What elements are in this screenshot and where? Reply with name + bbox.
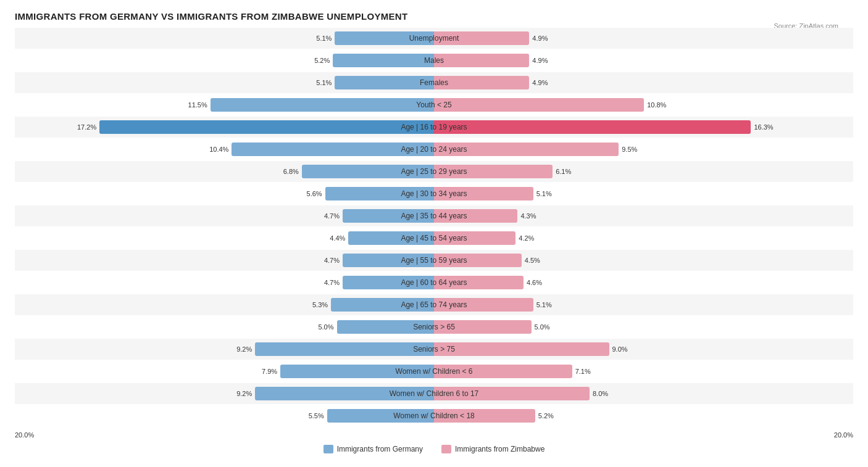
left-value: 5.0%: [318, 323, 336, 331]
right-section: 5.1%: [434, 183, 853, 204]
chart-row: 5.2% Males 4.9%: [15, 50, 853, 71]
left-value: 9.2%: [236, 345, 255, 353]
bar-blue: 4.7%: [343, 276, 434, 289]
bars-wrapper: 4.7% Age | 60 to 64 years 4.6%: [15, 272, 853, 293]
bar-pink: 4.5%: [434, 254, 522, 267]
right-value: 4.2%: [515, 234, 534, 242]
chart-row: 4.7% Age | 55 to 59 years 4.5%: [15, 250, 853, 271]
bars-wrapper: 5.1% Unemployment 4.9%: [15, 28, 853, 49]
right-value: 5.1%: [533, 190, 552, 197]
right-section: 4.6%: [434, 272, 853, 293]
chart-row: 5.0% Seniors > 65 5.0%: [15, 316, 853, 337]
left-section: 9.2%: [15, 383, 434, 404]
left-section: 4.7%: [15, 205, 434, 226]
left-section: 5.3%: [15, 294, 434, 315]
bar-pink: 5.0%: [434, 320, 532, 334]
chart-row: 5.3% Age | 65 to 74 years 5.1%: [15, 294, 853, 315]
left-value: 5.1%: [316, 35, 335, 42]
bar-pink: 8.0%: [434, 387, 590, 400]
left-value: 17.2%: [77, 123, 99, 131]
left-value: 4.7%: [324, 257, 343, 264]
right-value: 5.2%: [535, 412, 554, 419]
right-value: 4.5%: [522, 257, 540, 264]
bars-wrapper: 4.7% Age | 55 to 59 years 4.5%: [15, 250, 853, 271]
left-value: 5.6%: [307, 190, 325, 197]
bar-pink: 9.0%: [434, 342, 609, 356]
legend-item: Immigrants from Germany: [323, 445, 423, 453]
left-value: 4.7%: [324, 279, 343, 286]
right-value: 4.9%: [529, 57, 548, 64]
right-value: 10.8%: [644, 101, 666, 109]
legend-item: Immigrants from Zimbabwe: [441, 445, 545, 453]
left-value: 5.1%: [316, 79, 335, 86]
bar-blue: 5.2%: [333, 54, 434, 67]
bars-wrapper: 4.7% Age | 35 to 44 years 4.3%: [15, 205, 853, 226]
right-value: 4.9%: [529, 35, 548, 42]
left-value: 10.4%: [209, 146, 232, 153]
bar-pink: 4.3%: [434, 209, 517, 223]
bars-wrapper: 4.4% Age | 45 to 54 years 4.2%: [15, 228, 853, 249]
right-value: 5.0%: [532, 323, 550, 331]
left-section: 5.6%: [15, 183, 434, 204]
left-section: 4.7%: [15, 272, 434, 293]
bar-blue: 5.1%: [335, 31, 434, 45]
bar-pink: 5.1%: [434, 298, 533, 312]
bar-blue: 10.4%: [232, 143, 434, 156]
left-value: 5.3%: [312, 301, 331, 308]
right-section: 4.9%: [434, 28, 853, 49]
bar-pink: 4.2%: [434, 231, 515, 245]
chart-row: 9.2% Women w/ Children 6 to 17 8.0%: [15, 383, 853, 404]
right-value: 6.1%: [553, 168, 571, 175]
axis-right-label: 20.0%: [834, 431, 853, 439]
right-section: 7.1%: [434, 361, 853, 382]
legend-label: Immigrants from Germany: [337, 445, 423, 453]
left-section: 5.1%: [15, 28, 434, 49]
bar-blue: 11.5%: [211, 98, 434, 112]
bar-pink: 10.8%: [434, 98, 644, 112]
bars-wrapper: 5.6% Age | 30 to 34 years 5.1%: [15, 183, 853, 204]
right-section: 9.5%: [434, 139, 853, 160]
right-section: 8.0%: [434, 383, 853, 404]
bars-wrapper: 9.2% Women w/ Children 6 to 17 8.0%: [15, 383, 853, 404]
chart-area: 5.1% Unemployment 4.9% 5.2% Males: [15, 28, 853, 426]
bar-pink: 6.1%: [434, 165, 553, 178]
right-section: 4.5%: [434, 250, 853, 271]
bar-pink: 5.2%: [434, 409, 535, 423]
left-value: 4.4%: [330, 234, 348, 242]
bar-blue: 9.2%: [255, 387, 434, 400]
bar-pink: 4.9%: [434, 76, 529, 89]
bar-pink: 4.9%: [434, 54, 529, 67]
bar-blue: 4.7%: [343, 209, 434, 223]
bar-blue: 17.2%: [99, 120, 434, 134]
left-section: 5.1%: [15, 72, 434, 93]
bars-wrapper: 5.5% Women w/ Children < 18 5.2%: [15, 405, 853, 426]
bars-wrapper: 5.1% Females 4.9%: [15, 72, 853, 93]
bar-blue: 7.9%: [280, 365, 434, 378]
right-value: 7.1%: [572, 368, 591, 375]
right-section: 4.3%: [434, 205, 853, 226]
left-section: 17.2%: [15, 117, 434, 138]
right-section: 5.1%: [434, 294, 853, 315]
right-value: 9.0%: [609, 345, 628, 353]
chart-row: 17.2% Age | 16 to 19 years 16.3%: [15, 117, 853, 138]
left-value: 6.8%: [283, 168, 302, 175]
bar-pink: 4.9%: [434, 31, 529, 45]
bar-blue: 5.5%: [327, 409, 434, 423]
bar-blue: 4.4%: [348, 231, 434, 245]
left-value: 9.2%: [236, 390, 255, 397]
bars-wrapper: 7.9% Women w/ Children < 6 7.1%: [15, 361, 853, 382]
bars-wrapper: 9.2% Seniors > 75 9.0%: [15, 339, 853, 360]
legend-label: Immigrants from Zimbabwe: [455, 445, 545, 453]
chart-row: 10.4% Age | 20 to 24 years 9.5%: [15, 139, 853, 160]
chart-row: 7.9% Women w/ Children < 6 7.1%: [15, 361, 853, 382]
right-value: 4.3%: [517, 212, 536, 220]
left-value: 4.7%: [324, 212, 343, 220]
chart-title: IMMIGRANTS FROM GERMANY VS IMMIGRANTS FR…: [15, 11, 853, 22]
left-value: 5.2%: [314, 57, 333, 64]
bar-blue: 4.7%: [343, 254, 434, 267]
chart-row: 4.7% Age | 35 to 44 years 4.3%: [15, 205, 853, 226]
left-section: 5.2%: [15, 50, 434, 71]
bar-blue: 6.8%: [302, 165, 434, 178]
legend-color-box: [441, 445, 451, 453]
chart-row: 9.2% Seniors > 75 9.0%: [15, 339, 853, 360]
